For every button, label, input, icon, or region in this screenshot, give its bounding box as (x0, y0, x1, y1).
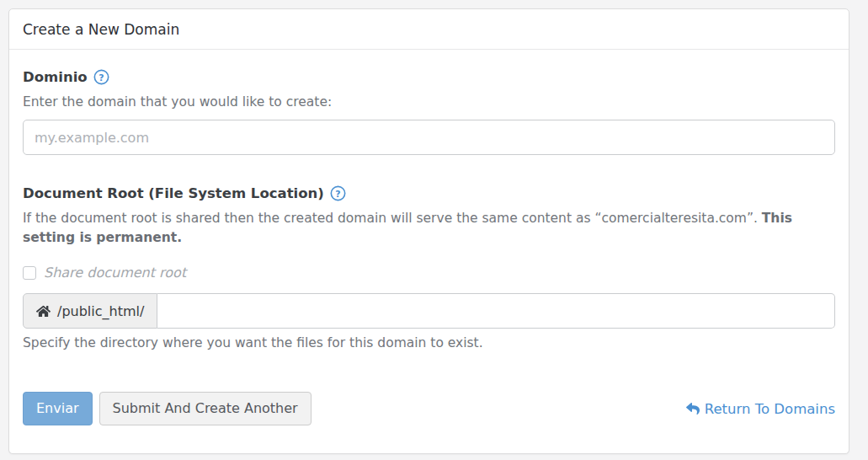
docroot-label-row: Document Root (File System Location) ? (23, 185, 835, 201)
share-docroot-row: Share document root (23, 265, 835, 281)
submit-and-create-another-button[interactable]: Submit And Create Another (99, 392, 312, 425)
domain-description: Enter the domain that you would like to … (23, 93, 835, 111)
actions-row: Enviar Submit And Create Another Return … (23, 392, 835, 425)
circle-question-icon[interactable]: ? (93, 69, 109, 85)
domain-label-row: Dominio ? (23, 69, 835, 85)
docroot-addon: /public_html/ (23, 293, 157, 329)
docroot-input-group: /public_html/ (23, 293, 835, 329)
return-link-label: Return To Domains (705, 401, 835, 417)
share-docroot-label[interactable]: Share document root (44, 265, 186, 281)
docroot-label: Document Root (File System Location) (23, 185, 324, 201)
domain-label: Dominio (23, 69, 88, 85)
svg-text:?: ? (335, 189, 340, 200)
docroot-addon-text: /public_html/ (57, 303, 144, 319)
card-body: Dominio ? Enter the domain that you woul… (9, 50, 849, 425)
docroot-input[interactable] (157, 293, 835, 329)
return-to-domains-link[interactable]: Return To Domains (686, 401, 835, 417)
create-domain-card: Create a New Domain Dominio ? Enter the … (8, 8, 849, 454)
svg-text:?: ? (99, 72, 104, 83)
submit-button[interactable]: Enviar (23, 392, 93, 425)
share-docroot-checkbox[interactable] (23, 266, 36, 280)
docroot-description-text: If the document root is shared then the … (23, 211, 762, 226)
docroot-section: Document Root (File System Location) ? I… (23, 185, 835, 350)
home-icon (36, 304, 51, 318)
reply-arrow-icon (686, 402, 700, 415)
actions-left: Enviar Submit And Create Another (23, 392, 312, 425)
circle-question-icon[interactable]: ? (330, 185, 346, 201)
docroot-description: If the document root is shared then the … (23, 209, 835, 247)
docroot-helper: Specify the directory where you want the… (23, 335, 835, 350)
card-title: Create a New Domain (9, 9, 849, 50)
domain-input[interactable] (23, 120, 835, 155)
